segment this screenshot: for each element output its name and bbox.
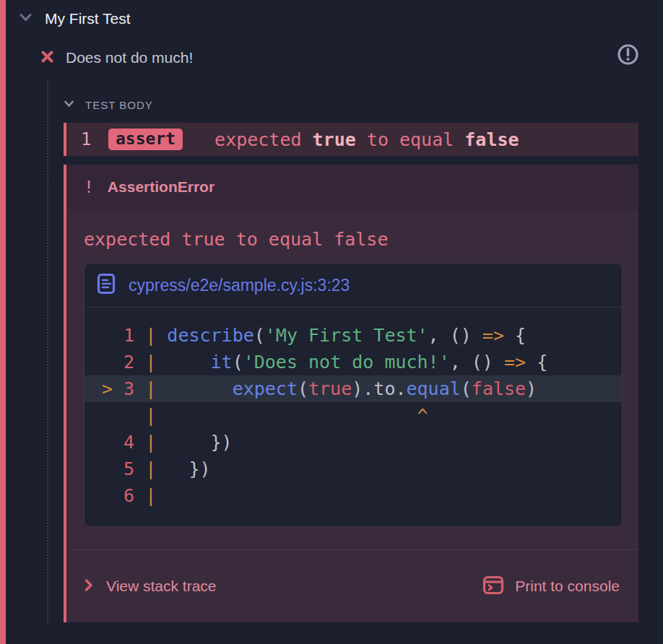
error-bang-icon: ! — [84, 178, 94, 196]
code-line: 5 | }) — [84, 456, 622, 482]
suite-header[interactable]: My First Test — [19, 10, 131, 27]
assert-message: expected true to equal false — [214, 129, 519, 150]
error-file-link[interactable]: cypress/e2e/sample.cy.js:3:23 — [129, 276, 350, 295]
code-lines: 1 | describe('My First Test', () => { 2 … — [84, 308, 622, 526]
code-line: 4 | }) — [84, 429, 622, 456]
error-footer: View stack trace Print to console — [66, 549, 638, 622]
print-to-console-button[interactable]: Print to console — [482, 574, 620, 599]
code-line: 6 | — [84, 482, 622, 509]
suite-title[interactable]: My First Test — [45, 10, 131, 27]
chevron-down-icon[interactable] — [64, 98, 74, 111]
test-connector-line — [47, 81, 48, 622]
cypress-reporter: My First Test Does not do much! TEST BOD… — [0, 0, 663, 644]
command-name-badge: assert — [108, 129, 183, 150]
code-frame-header[interactable]: cypress/e2e/sample.cy.js:3:23 — [84, 264, 622, 308]
failed-test-row[interactable]: Does not do much! — [40, 49, 193, 66]
console-print-icon — [482, 574, 504, 599]
chevron-right-icon — [84, 578, 93, 595]
failed-run-stripe — [0, 0, 6, 644]
error-panel: ! AssertionError expected true to equal … — [64, 165, 638, 622]
command-log-row[interactable]: 1 assert expected true to equal false — [64, 123, 638, 156]
file-document-icon — [97, 273, 116, 298]
command-number: 1 — [81, 129, 98, 149]
code-line: 1 | describe('My First Test', () => { — [84, 322, 622, 349]
view-stack-trace-label[interactable]: View stack trace — [106, 578, 217, 595]
chevron-down-icon[interactable] — [19, 12, 32, 26]
code-line: | ^ — [84, 402, 622, 429]
test-title[interactable]: Does not do much! — [66, 49, 193, 66]
test-body-header[interactable]: TEST BODY — [64, 98, 153, 111]
test-failed-x-icon — [40, 50, 54, 66]
error-alert-icon[interactable] — [616, 43, 640, 66]
code-line: > 3 | expect(true).to.equal(false) — [84, 375, 622, 402]
view-stack-trace-button[interactable]: View stack trace — [84, 578, 217, 595]
code-frame: cypress/e2e/sample.cy.js:3:23 1 | descri… — [84, 263, 623, 527]
code-line: 2 | it('Does not do much!', () => { — [84, 349, 622, 375]
error-header: ! AssertionError — [66, 165, 638, 209]
test-body-label: TEST BODY — [85, 99, 153, 111]
error-message: expected true to equal false — [84, 229, 621, 250]
print-to-console-label[interactable]: Print to console — [515, 578, 620, 595]
error-name: AssertionError — [108, 178, 214, 196]
